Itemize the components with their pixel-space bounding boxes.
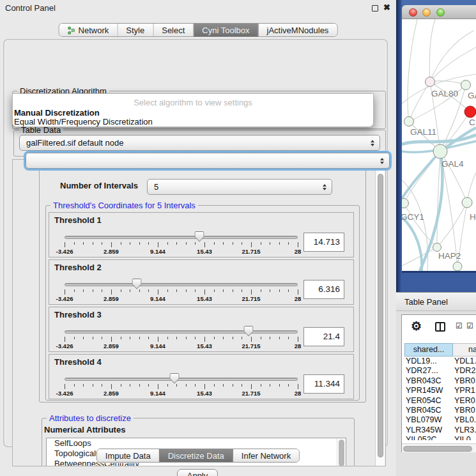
close-window-icon[interactable]	[409, 8, 417, 17]
slider-tick	[130, 337, 130, 339]
table-row[interactable]: YDR27...YDR2...	[402, 366, 476, 376]
slider-tick	[261, 384, 261, 387]
slider-tick	[233, 337, 233, 339]
tab-jactivemnodules[interactable]: jActiveMNodules	[258, 24, 337, 36]
threshold-slider[interactable]: -3.4262.8599.14415.4321.71528	[65, 277, 298, 304]
network-node-h[interactable]	[462, 197, 472, 208]
tab-infer-network[interactable]: Infer Network	[233, 449, 299, 462]
scrollbar-thumb[interactable]	[378, 174, 383, 457]
control-panel-tab-bar: NetworkStyleSelectCyni ToolboxjActiveMNo…	[59, 23, 338, 37]
slider-tick	[74, 384, 75, 387]
slider-thumb[interactable]	[132, 279, 142, 289]
algorithm-option[interactable]: Equal Width/Frequency Discretization	[14, 118, 374, 127]
table-panel-title: Table Panel	[404, 297, 448, 307]
tab-select[interactable]: Select	[153, 24, 193, 36]
column-header-name[interactable]: na	[453, 343, 476, 357]
network-edge-highlighted[interactable]	[402, 217, 422, 271]
algorithm-placeholder-option[interactable]: Select algorithm to view settings	[13, 98, 373, 107]
select-columns-icon[interactable]: ☑	[456, 321, 463, 330]
threshold-value-field[interactable]: 21.4	[303, 327, 344, 346]
cell-name: YER0...	[454, 396, 476, 406]
scrollbar-thumb[interactable]	[339, 440, 344, 466]
settings-vertical-scrollbar[interactable]	[375, 160, 385, 466]
table-row[interactable]: YPR145WYPR1...	[402, 386, 476, 395]
column-header-shared-name[interactable]: shared...	[404, 343, 453, 357]
tab-style[interactable]: Style	[117, 24, 153, 36]
slider-tick	[148, 384, 149, 387]
table-row[interactable]: YBR045CYBR0...	[402, 406, 476, 415]
slider-tick	[167, 289, 168, 292]
slider-tick	[74, 337, 75, 339]
network-view-window: GAL80GACGAL11GAL4GCY1HHAP2	[402, 5, 476, 271]
network-window-titlebar[interactable]	[402, 5, 476, 19]
attributes-scrollbar[interactable]	[337, 438, 346, 466]
network-node-hap2[interactable]	[433, 243, 441, 252]
network-edge[interactable]	[430, 47, 476, 82]
threshold-value-field[interactable]: 14.713	[303, 233, 344, 252]
slider-tick	[102, 337, 102, 339]
table-row[interactable]: YLR345WYLR3...	[402, 426, 476, 435]
gear-icon[interactable]: ⚙	[411, 319, 422, 334]
network-node-c[interactable]	[464, 106, 476, 118]
slider-tick	[214, 242, 215, 245]
tab-discretize-data[interactable]: Discretize Data	[159, 449, 233, 462]
slider-thumb[interactable]	[244, 326, 254, 337]
threshold-value-field[interactable]: 6.316	[303, 280, 344, 299]
slider-thumb[interactable]	[194, 231, 204, 242]
slider-tick	[261, 289, 261, 292]
network-canvas[interactable]: GAL80GACGAL11GAL4GCY1HHAP2	[402, 19, 476, 271]
table-row[interactable]: YDL19...YDL1...	[402, 357, 476, 366]
attribute-item[interactable]: SelfLoops	[47, 438, 346, 449]
threshold-slider[interactable]: -3.4262.8599.14415.4321.71528	[65, 372, 298, 399]
network-node-gal11[interactable]	[404, 117, 414, 127]
network-edge[interactable]	[437, 203, 467, 247]
table-panel-header[interactable]: Table Panel	[396, 292, 476, 311]
slider-tick	[121, 337, 121, 339]
table-horizontal-scrollbar[interactable]	[402, 443, 476, 452]
number-of-intervals-combobox[interactable]: 5	[147, 179, 332, 195]
tab-label: jActiveMNodules	[267, 26, 329, 35]
slider-tick-label: 28	[295, 248, 302, 255]
cell-name: YLR3...	[454, 426, 476, 435]
threshold-slider[interactable]: -3.4262.8599.14415.4321.71528	[65, 230, 298, 257]
network-edge-highlighted[interactable]	[402, 151, 440, 199]
table-row[interactable]: YBL079WYBL0...	[402, 415, 476, 425]
table-data-combobox[interactable]: galFiltered.sif default node	[19, 135, 380, 151]
slider-tick	[270, 289, 270, 292]
slider-tick	[251, 384, 252, 389]
slider-thumb[interactable]	[169, 373, 179, 384]
algorithm-combobox[interactable]	[26, 153, 390, 169]
number-of-intervals-label: Number of Intervals	[60, 181, 138, 190]
scrollbar-thumb[interactable]	[403, 446, 472, 452]
network-node-gal80[interactable]	[426, 77, 435, 87]
slider-tick	[148, 337, 149, 339]
apply-button[interactable]: Apply	[177, 469, 218, 476]
tab-cyni-toolbox[interactable]: Cyni Toolbox	[193, 24, 257, 36]
slider-tick	[121, 242, 121, 245]
zoom-window-icon[interactable]	[436, 8, 445, 17]
tab-impute-data[interactable]: Impute Data	[97, 449, 159, 462]
network-node-gcy1[interactable]	[402, 199, 409, 208]
threshold-slider[interactable]: -3.4262.8599.14415.4321.71528	[65, 325, 298, 351]
threshold-value-field[interactable]: 11.344	[303, 374, 344, 394]
close-panel-icon[interactable]: ✖	[383, 3, 390, 12]
slider-tick	[130, 384, 130, 387]
table-row[interactable]: YIL052CYIL0...	[402, 435, 476, 440]
slider-tick	[65, 384, 65, 389]
network-node[interactable]	[453, 262, 462, 271]
table-row[interactable]: YBR043CYBR0...	[402, 376, 476, 386]
select-all-columns-icon[interactable]: ☑	[466, 321, 473, 330]
network-edge[interactable]	[430, 31, 473, 82]
slider-tick-label: 9.144	[150, 342, 165, 349]
float-panel-icon[interactable]	[372, 5, 378, 12]
algorithm-option[interactable]: Manual Discretization	[14, 109, 374, 118]
network-node-gal4[interactable]	[433, 144, 447, 158]
minimize-window-icon[interactable]	[422, 8, 431, 17]
slider-tick-label: 2.859	[104, 248, 119, 255]
table-row[interactable]: YER054CYER0...	[402, 396, 476, 406]
network-node-ga[interactable]	[461, 81, 471, 90]
slider-tick	[251, 242, 252, 247]
tab-network[interactable]: Network	[59, 24, 118, 36]
network-desktop: GAL80GACGAL11GAL4GCY1HHAP2 Table Panel ⚙…	[396, 0, 476, 476]
split-columns-icon[interactable]	[435, 322, 445, 332]
